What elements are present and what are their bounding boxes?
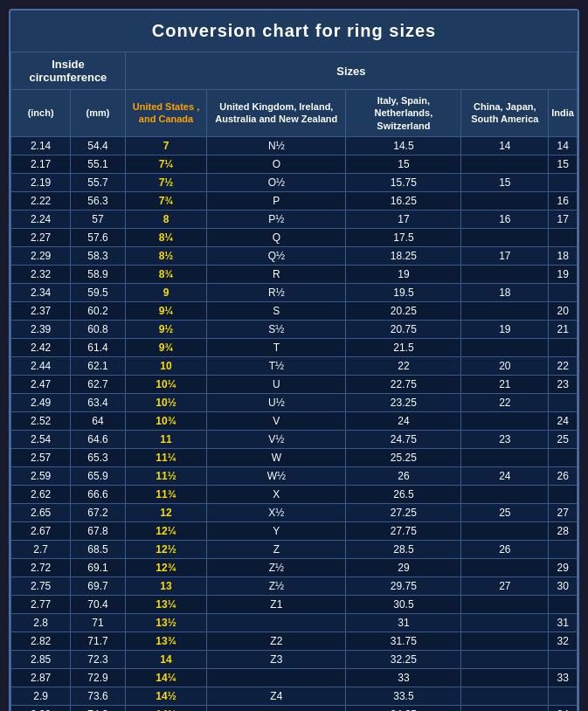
table-cell: 11 [125, 430, 206, 448]
table-row: 2.4261.49¾T21.5 [11, 338, 578, 356]
table-cell: 25 [461, 503, 549, 521]
table-cell: 57 [71, 210, 126, 228]
table-cell: 22 [461, 393, 549, 411]
table-cell: 2.87 [11, 668, 71, 687]
table-cell [461, 338, 549, 356]
table-cell [549, 393, 578, 411]
ring-size-table: Inside circumference Sizes (inch) (mm) U… [10, 52, 578, 711]
table-cell: 30.5 [346, 595, 461, 613]
table-cell: 32.25 [346, 650, 461, 668]
table-cell: 67.8 [71, 521, 126, 540]
table-cell: 18.25 [346, 246, 461, 265]
table-row: 2.1454.47N½14.51414 [11, 136, 578, 155]
table-cell: 12½ [125, 540, 206, 558]
table-cell: 24 [549, 411, 578, 430]
table-row: 2.2958.38½Q½18.251718 [11, 246, 578, 265]
table-cell: O½ [207, 173, 346, 191]
table-cell: Z½ [207, 558, 346, 576]
table-cell: Z4 [207, 687, 346, 705]
table-row: 2.9274.214¾34.2534 [11, 705, 578, 711]
table-cell: 17.5 [346, 228, 461, 246]
table-cell: 67.2 [71, 503, 126, 521]
table-cell [461, 411, 549, 430]
table-cell: V½ [207, 430, 346, 448]
table-cell: 13¼ [125, 595, 206, 613]
table-cell: 74.2 [71, 705, 126, 711]
table-row: 2.3258.98¾R1919 [11, 265, 578, 283]
table-cell: S [207, 301, 346, 320]
table-cell: 34 [549, 705, 578, 711]
table-cell: 2.9 [11, 687, 71, 705]
table-cell: O [207, 155, 346, 173]
table-cell: 31 [549, 613, 578, 632]
table-cell: 14 [549, 136, 578, 155]
table-cell: 17 [346, 210, 461, 228]
table-cell: 13 [125, 576, 206, 595]
table-cell: 8¼ [125, 228, 206, 246]
table-cell: 15 [549, 155, 578, 173]
table-cell: 25.25 [346, 448, 461, 466]
table-cell: 59.5 [71, 283, 126, 301]
table-cell: 23.25 [346, 393, 461, 411]
table-cell: 15 [461, 173, 549, 191]
table-cell: 7½ [125, 173, 206, 191]
table-cell: 27.75 [346, 521, 461, 540]
table-cell: 14¼ [125, 668, 206, 687]
table-cell: 2.44 [11, 356, 71, 375]
table-cell: 2.77 [11, 595, 71, 613]
uk-header: United Kingdom, Ireland, Australia and N… [207, 90, 346, 137]
table-cell: 29.75 [346, 576, 461, 595]
table-cell: 2.47 [11, 375, 71, 393]
italy-header: Italy, Spain, Netherlands, Switzerland [346, 90, 461, 137]
table-cell: 18 [461, 283, 549, 301]
table-cell: 32 [549, 632, 578, 650]
table-cell: 20 [549, 301, 578, 320]
table-cell: 21 [461, 375, 549, 393]
table-cell: 60.2 [71, 301, 126, 320]
table-cell: 21 [549, 320, 578, 338]
table-cell: 55.7 [71, 173, 126, 191]
table-cell: 2.67 [11, 521, 71, 540]
table-cell: 22 [549, 356, 578, 375]
table-cell: V [207, 411, 346, 430]
table-cell [549, 228, 578, 246]
table-cell: 19 [549, 265, 578, 283]
table-row: 2.973.614½Z433.5 [11, 687, 578, 705]
table-cell: 10¾ [125, 411, 206, 430]
table-cell: 29 [346, 558, 461, 576]
table-row: 2.4462.110T½222022 [11, 356, 578, 375]
table-cell: 73.6 [71, 687, 126, 705]
table-row: 2.5464.611V½24.752325 [11, 430, 578, 448]
table-cell [549, 650, 578, 668]
table-cell: 15.75 [346, 173, 461, 191]
table-cell: 13¾ [125, 632, 206, 650]
table-cell: 2.65 [11, 503, 71, 521]
table-cell: 65.9 [71, 466, 126, 485]
table-cell: 2.37 [11, 301, 71, 320]
table-cell: 33 [549, 668, 578, 687]
table-cell [461, 191, 549, 210]
table-cell [549, 338, 578, 356]
table-cell: 21.5 [346, 338, 461, 356]
inch-header: (inch) [11, 90, 71, 137]
table-cell [461, 632, 549, 650]
table-cell: 2.27 [11, 228, 71, 246]
table-cell: 2.22 [11, 191, 71, 210]
table-cell: 27 [549, 503, 578, 521]
table-cell [461, 485, 549, 503]
table-cell: 12¾ [125, 558, 206, 576]
table-row: 2.1755.17¼O1515 [11, 155, 578, 173]
table-cell [461, 155, 549, 173]
table-cell: P½ [207, 210, 346, 228]
table-cell: 19.5 [346, 283, 461, 301]
table-cell: 64 [71, 411, 126, 430]
table-cell: 12 [125, 503, 206, 521]
table-cell [207, 705, 346, 711]
table-cell: 2.85 [11, 650, 71, 668]
table-cell: 31 [346, 613, 461, 632]
table-cell: 56.3 [71, 191, 126, 210]
table-row: 2.7770.413¼Z130.5 [11, 595, 578, 613]
table-cell: 18 [549, 246, 578, 265]
table-row: 2.2256.37¾P16.2516 [11, 191, 578, 210]
table-cell: 7¾ [125, 191, 206, 210]
